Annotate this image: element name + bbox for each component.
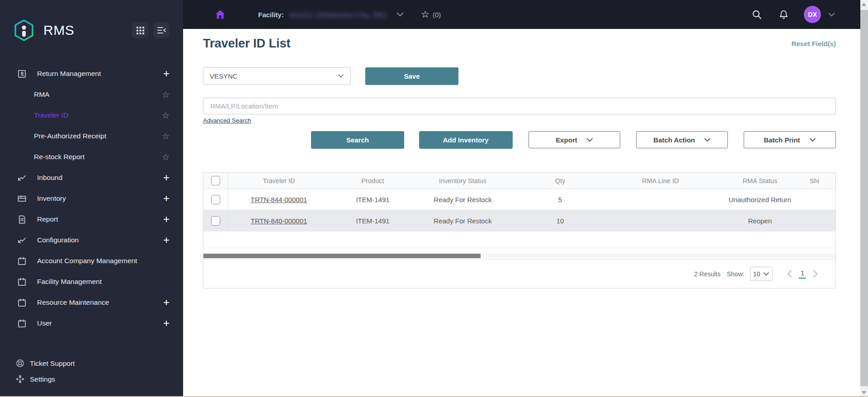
page-size-value: 10	[753, 270, 760, 278]
sidebar-item-rma[interactable]: RMA ☆	[0, 84, 183, 105]
batch-print-dropdown[interactable]: Batch Print	[744, 131, 836, 148]
product-cell: ITEM-1491	[330, 210, 416, 231]
row-checkbox[interactable]	[211, 195, 220, 204]
sidebar-item-return-management[interactable]: Return Management +	[0, 63, 183, 84]
sidebar-item-label: Facility Management	[37, 278, 102, 286]
apps-grid-button[interactable]	[132, 22, 148, 38]
page-title: Traveler ID List	[203, 37, 291, 51]
row-checkbox[interactable]	[211, 216, 220, 226]
page-header: Traveler ID List Reset Field(s)	[203, 37, 836, 51]
batch-action-label: Batch Action	[653, 136, 695, 144]
sidebar-item-label: Account Company Management	[37, 257, 137, 265]
batch-action-dropdown[interactable]: Batch Action	[636, 131, 728, 148]
sidebar-item-label: Re-stock Report	[34, 153, 85, 161]
column-header-rma-line-id[interactable]: RMA Line ID	[611, 173, 710, 189]
traveler-id-link[interactable]: TRTN-840-000001	[251, 217, 307, 225]
client-select-value: VESYNC	[210, 72, 338, 80]
expand-plus-icon[interactable]: +	[163, 194, 170, 203]
select-all-checkbox[interactable]	[211, 176, 220, 185]
home-icon[interactable]	[215, 9, 226, 20]
current-page[interactable]: 1	[799, 269, 806, 279]
footer-item-label: Settings	[30, 375, 55, 383]
next-page-icon[interactable]	[813, 270, 818, 278]
advanced-search-link[interactable]: Advanced Search	[203, 117, 251, 124]
search-icon[interactable]	[752, 9, 762, 19]
page-navigation: 1	[787, 269, 818, 279]
clipped-cell	[810, 189, 835, 210]
expand-plus-icon[interactable]: +	[163, 215, 170, 224]
facility-selector[interactable]: Facility: test111 (Oklahoma City, OK)	[258, 11, 404, 19]
scroll-up-arrow-icon[interactable]	[862, 3, 866, 6]
sidebar-item-pre-authorized-receipt[interactable]: Pre-Authorized Receipt ☆	[0, 126, 183, 147]
sidebar-item-report[interactable]: Report +	[0, 209, 183, 230]
column-header-traveler-id[interactable]: Traveler ID	[228, 173, 330, 189]
traveler-id-link[interactable]: TRTN-844-000001	[251, 196, 307, 203]
scroll-down-arrow-icon[interactable]	[862, 391, 866, 394]
expand-plus-icon[interactable]: +	[163, 173, 170, 182]
sidebar-header: RMS	[0, 0, 183, 42]
column-header-clipped[interactable]: Shi	[810, 173, 835, 189]
results-count: 2 Results	[694, 270, 720, 278]
sidebar-item-configuration[interactable]: Configuration +	[0, 230, 183, 250]
sidebar-item-label: Report	[37, 215, 58, 223]
qty-cell: 10	[509, 210, 611, 231]
search-input[interactable]	[203, 98, 836, 114]
column-header-qty[interactable]: Qty	[509, 173, 611, 189]
sidebar-item-inbound[interactable]: Inbound +	[0, 167, 183, 188]
sidebar-item-label: RMA	[34, 90, 49, 99]
expand-plus-icon[interactable]: +	[163, 298, 170, 307]
rma-line-id-cell	[611, 189, 710, 210]
hscroll-thumb[interactable]	[203, 254, 481, 258]
favorite-star-icon[interactable]: ☆	[162, 111, 170, 120]
expand-plus-icon[interactable]: +	[163, 236, 170, 245]
sidebar-item-label: User	[37, 319, 52, 327]
sidebar-item-user[interactable]: User +	[0, 313, 183, 334]
sidebar-item-resource-maintenance[interactable]: Resource Maintenance +	[0, 292, 183, 313]
sidebar-item-traveler-id[interactable]: Traveler ID ☆	[0, 105, 183, 126]
topbar-actions: DX	[735, 6, 835, 23]
export-dropdown[interactable]: Export	[528, 131, 621, 148]
collapse-sidebar-button[interactable]	[153, 22, 170, 38]
expand-plus-icon[interactable]: +	[163, 69, 170, 78]
search-row: Advanced Search	[203, 98, 836, 124]
chevron-down-icon[interactable]	[396, 12, 404, 17]
settings-link[interactable]: Settings	[15, 371, 183, 387]
rma-status-cell: Unauthorized Return	[710, 189, 810, 210]
traveler-id-table: Traveler ID Product Inventory Status Qty…	[203, 172, 836, 288]
vscroll-thumb[interactable]	[860, 10, 868, 386]
user-avatar[interactable]: DX	[804, 6, 821, 23]
prev-page-icon[interactable]	[787, 270, 792, 278]
document-icon	[17, 214, 27, 224]
favorites-count: (0)	[433, 11, 441, 19]
column-header-rma-status[interactable]: RMA Status	[710, 173, 810, 189]
favorite-star-icon[interactable]: ☆	[162, 132, 170, 141]
column-header-product[interactable]: Product	[330, 173, 416, 189]
rma-line-id-cell	[611, 210, 710, 231]
favorite-star-icon[interactable]: ☆	[162, 153, 170, 161]
search-button[interactable]: Search	[311, 131, 404, 149]
sidebar-item-inventory[interactable]: Inventory +	[0, 188, 183, 209]
sidebar-item-facility-management[interactable]: Facility Management	[0, 271, 183, 292]
save-button[interactable]: Save	[365, 67, 458, 85]
sidebar-item-account-company-management[interactable]: Account Company Management	[0, 250, 183, 271]
add-inventory-button[interactable]: Add Inventory	[419, 131, 513, 149]
sidebar-item-label: Inventory	[37, 194, 66, 203]
rms-logo-icon	[14, 19, 34, 42]
vertical-scrollbar[interactable]	[860, 0, 868, 397]
reset-fields-link[interactable]: Reset Field(s)	[792, 40, 836, 47]
favorite-star-icon[interactable]: ☆	[162, 90, 170, 99]
table-horizontal-scrollbar	[203, 248, 835, 259]
notifications-bell-icon[interactable]	[779, 9, 788, 19]
chevron-down-icon	[338, 74, 344, 78]
chevron-down-icon[interactable]	[828, 13, 835, 17]
calendar-icon	[17, 298, 27, 307]
client-select[interactable]: VESYNC	[203, 67, 351, 85]
column-header-inventory-status[interactable]: Inventory Status	[416, 173, 509, 189]
favorites-star-icon[interactable]: ☆	[421, 9, 429, 20]
ticket-support-link[interactable]: Ticket Support	[15, 355, 183, 371]
sidebar-item-restock-report[interactable]: Re-stock Report ☆	[0, 147, 183, 167]
facility-label: Facility:	[258, 11, 284, 19]
page-size-select[interactable]: 10	[750, 267, 773, 281]
settings-dpad-icon	[15, 375, 24, 384]
expand-plus-icon[interactable]: +	[163, 319, 170, 328]
